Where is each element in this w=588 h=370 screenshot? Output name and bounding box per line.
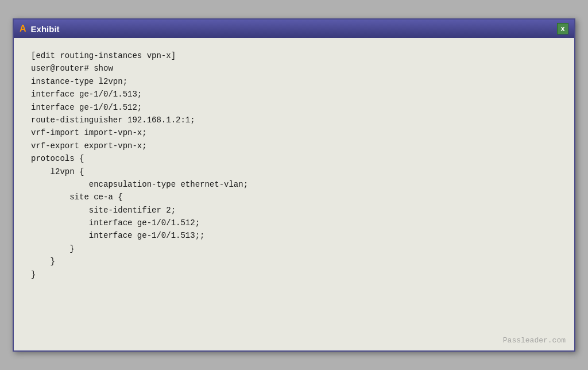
title-bar-left: A Exhibit [20,24,60,34]
close-button[interactable]: x [557,23,568,34]
watermark: Passleader.com [503,336,566,345]
title-bar: A Exhibit x [14,20,574,38]
content-area: [edit routing-instances vpn-x] user@rout… [14,38,574,350]
exhibit-window: A Exhibit x [edit routing-instances vpn-… [13,18,575,352]
window-title: Exhibit [31,24,60,34]
code-display: [edit routing-instances vpn-x] user@rout… [31,49,557,281]
app-icon: A [20,24,26,34]
